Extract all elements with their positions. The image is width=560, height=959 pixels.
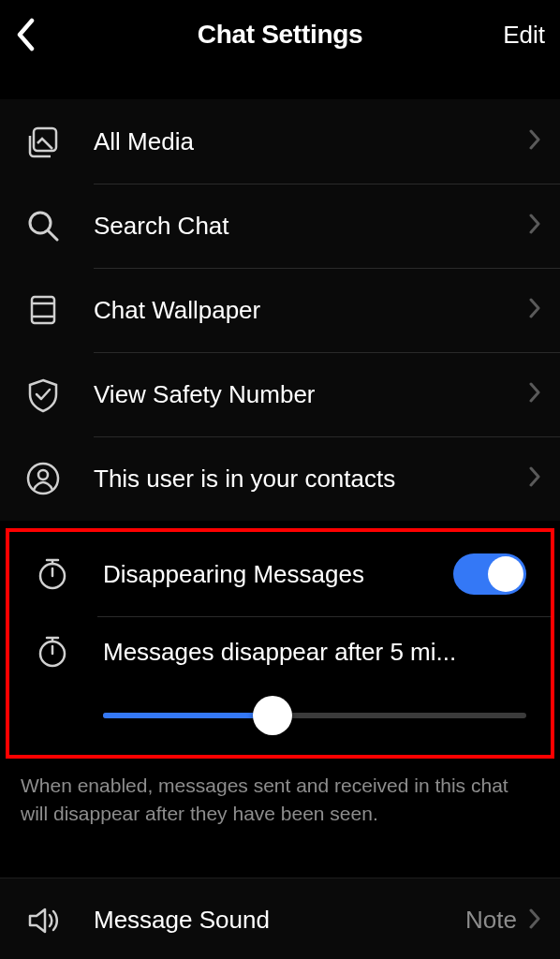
chat-wallpaper-row[interactable]: Chat Wallpaper <box>0 268 560 352</box>
edit-button[interactable]: Edit <box>489 21 545 50</box>
toggle-knob <box>488 556 523 592</box>
disappearing-messages-toggle[interactable] <box>453 553 526 595</box>
svg-point-1 <box>30 213 51 233</box>
chevron-right-icon <box>528 129 541 154</box>
search-icon <box>24 207 94 244</box>
chevron-right-icon <box>528 466 541 491</box>
slider-fill <box>103 713 273 718</box>
person-icon <box>24 460 94 497</box>
media-icon <box>24 123 94 160</box>
page-title: Chat Settings <box>198 20 363 50</box>
chevron-right-icon <box>528 298 541 322</box>
message-sound-row[interactable]: Message Sound Note <box>0 878 560 959</box>
svg-rect-2 <box>32 297 54 323</box>
svg-point-4 <box>38 470 48 480</box>
disappear-duration-label: Messages disappear after 5 mi... <box>103 638 526 667</box>
all-media-label: All Media <box>94 127 528 156</box>
contacts-label: This user is in your contacts <box>94 465 528 494</box>
settings-list: All Media Search Chat Chat Wallpaper Vie… <box>0 99 560 521</box>
sound-list: Message Sound Note <box>0 878 560 959</box>
speaker-icon <box>24 902 94 939</box>
search-chat-row[interactable]: Search Chat <box>0 184 560 268</box>
svg-rect-0 <box>34 128 56 151</box>
section-gap <box>0 853 560 878</box>
view-safety-number-label: View Safety Number <box>94 380 528 409</box>
header-gap <box>0 69 560 99</box>
chat-wallpaper-label: Chat Wallpaper <box>94 296 528 325</box>
all-media-row[interactable]: All Media <box>0 99 560 184</box>
contacts-row[interactable]: This user is in your contacts <box>0 436 560 521</box>
chevron-right-icon <box>528 908 541 933</box>
disappearing-messages-label: Disappearing Messages <box>103 560 453 589</box>
disappear-duration-slider[interactable] <box>103 697 526 734</box>
chevron-right-icon <box>528 382 541 406</box>
back-button[interactable] <box>15 18 71 52</box>
wallpaper-icon <box>24 291 94 329</box>
disappearing-footer-text: When enabled, messages sent and received… <box>0 759 560 853</box>
slider-thumb[interactable] <box>253 696 292 735</box>
highlighted-section: Disappearing Messages Messages disappear… <box>6 528 554 759</box>
disappear-duration-row: Messages disappear after 5 mi... <box>9 616 551 755</box>
message-sound-label: Message Sound <box>94 906 465 935</box>
message-sound-value: Note <box>465 906 517 935</box>
chevron-left-icon <box>15 18 36 52</box>
timer-icon <box>34 555 103 593</box>
disappearing-messages-row[interactable]: Disappearing Messages <box>9 532 551 616</box>
timer-icon <box>34 633 103 671</box>
chevron-right-icon <box>528 214 541 238</box>
view-safety-number-row[interactable]: View Safety Number <box>0 352 560 436</box>
shield-icon <box>24 376 94 413</box>
header: Chat Settings Edit <box>0 0 560 69</box>
search-chat-label: Search Chat <box>94 212 528 241</box>
